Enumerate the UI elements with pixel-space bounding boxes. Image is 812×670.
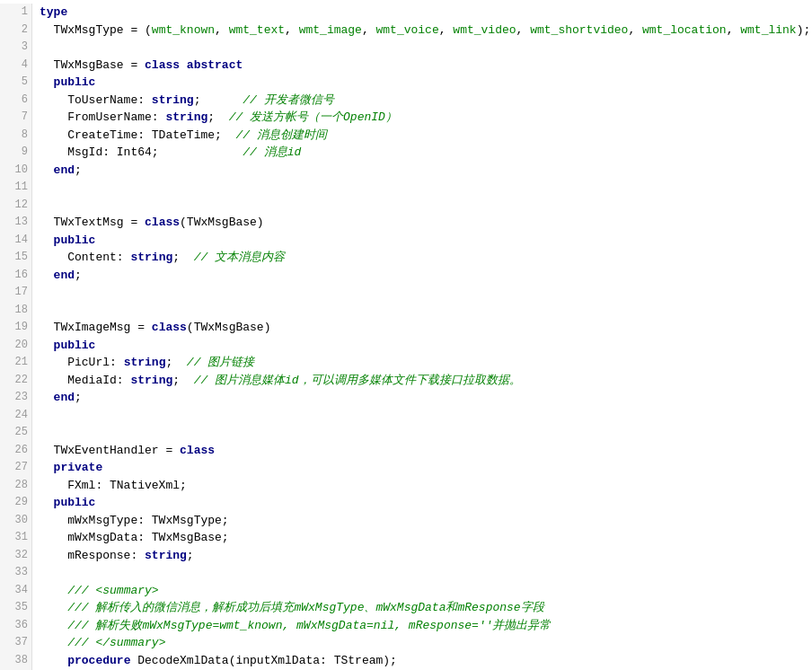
line-number: 11 (4, 179, 28, 197)
code-line (40, 564, 810, 582)
token: end (54, 391, 75, 404)
token (40, 461, 54, 474)
token: /// 解析传入的微信消息，解析成功后填充mWxMsgType、mWxMsgDa… (67, 601, 543, 614)
code-line (40, 39, 810, 57)
token: wmt_known (152, 23, 215, 37)
token: ); (797, 23, 811, 37)
token: wmt_image (299, 23, 362, 37)
token: // 文本消息内容 (194, 251, 285, 264)
token: private (54, 461, 103, 474)
code-line: FromUserName: string; // 发送方帐号（一个OpenID） (40, 109, 810, 127)
token (40, 339, 54, 352)
code-line: type (40, 4, 810, 22)
token: // 发送方帐号（一个OpenID） (229, 110, 397, 124)
token (40, 234, 54, 247)
code-line: public (40, 74, 810, 92)
token: public (54, 75, 96, 89)
line-number: 30 (4, 512, 28, 530)
line-number: 23 (4, 389, 28, 407)
token: TWxMsgType = ( (40, 23, 152, 37)
line-number: 13 (4, 214, 28, 232)
token: procedure (67, 654, 130, 667)
line-number: 31 (4, 529, 28, 547)
code-line: /// </summary> (40, 634, 810, 652)
token: mWxMsgData: TWxMsgBase; (40, 531, 229, 544)
token: ; (172, 251, 193, 264)
token (40, 636, 67, 649)
line-number: 20 (4, 337, 28, 355)
code-line: end; (40, 389, 810, 407)
line-number: 35 (4, 599, 28, 617)
token: // 开发者微信号 (243, 93, 333, 107)
token: mWxMsgType: TWxMsgType; (40, 514, 229, 527)
line-number: 24 (4, 407, 28, 425)
line-number: 7 (4, 109, 28, 127)
token (40, 601, 67, 614)
token: // 图片链接 (187, 356, 254, 369)
line-number: 28 (4, 477, 28, 495)
line-number: 4 (4, 57, 28, 75)
token: string (165, 110, 207, 124)
code-line: TWxImageMsg = class(TWxMsgBase) (40, 319, 810, 337)
token: TWxMsgBase = (40, 58, 145, 72)
line-numbers: 1234567891011121314151617181920212223242… (0, 4, 32, 670)
token: public (54, 234, 96, 247)
token: string (124, 356, 166, 369)
code-line: ToUserName: string; // 开发者微信号 (40, 92, 810, 110)
line-number: 15 (4, 249, 28, 267)
code-line: /// 解析传入的微信消息，解析成功后填充mWxMsgType、mWxMsgDa… (40, 599, 810, 617)
code-line: public (40, 232, 810, 250)
line-number: 22 (4, 372, 28, 390)
token: , (727, 23, 741, 37)
code-line: FXml: TNativeXml; (40, 477, 810, 495)
line-number: 14 (4, 232, 28, 250)
token: (TWxMsgBase) (180, 216, 264, 229)
token: wmt_link (740, 23, 796, 37)
token: ToUserName: (40, 93, 152, 107)
token: , (628, 23, 642, 37)
token: public (54, 496, 96, 509)
token: ; (207, 110, 228, 124)
token: wmt_video (453, 23, 516, 37)
token: ; (194, 93, 243, 107)
token (40, 391, 54, 404)
code-line: Content: string; // 文本消息内容 (40, 249, 810, 267)
token: string (130, 251, 172, 264)
line-number: 8 (4, 127, 28, 145)
token: ; (75, 269, 82, 282)
line-number: 17 (4, 284, 28, 302)
token (40, 619, 67, 632)
token: wmt_voice (376, 23, 439, 37)
token: TWxTextMsg = (40, 216, 145, 229)
token: // 消息创建时间 (235, 128, 326, 142)
line-number: 25 (4, 424, 28, 442)
line-number: 33 (4, 564, 28, 582)
token: string (130, 374, 172, 387)
token: FromUserName: (40, 110, 165, 124)
token: // 图片消息媒体id，可以调用多媒体文件下载接口拉取数据。 (194, 374, 521, 387)
line-number: 34 (4, 582, 28, 600)
token: string (152, 93, 194, 107)
token: class abstract (145, 58, 243, 72)
line-number: 16 (4, 267, 28, 285)
line-number: 32 (4, 547, 28, 565)
token: PicUrl: (40, 356, 124, 369)
code-line: MsgId: Int64; // 消息id (40, 144, 810, 162)
line-number: 5 (4, 74, 28, 92)
token: , (516, 23, 531, 37)
code-line: private (40, 459, 810, 477)
token: CreateTime: TDateTime; (40, 128, 235, 142)
token (40, 584, 67, 597)
line-number: 1 (4, 4, 28, 22)
line-number: 37 (4, 634, 28, 652)
token: mResponse: (40, 549, 145, 562)
token: // 消息id (243, 145, 301, 159)
token (40, 496, 54, 509)
line-number: 10 (4, 162, 28, 180)
code-content[interactable]: type TWxMsgType = (wmt_known, wmt_text, … (32, 4, 812, 670)
line-number: 38 (4, 652, 28, 670)
code-line (40, 302, 810, 320)
token: , (285, 23, 299, 37)
code-line (40, 424, 810, 442)
token: end (54, 163, 75, 177)
